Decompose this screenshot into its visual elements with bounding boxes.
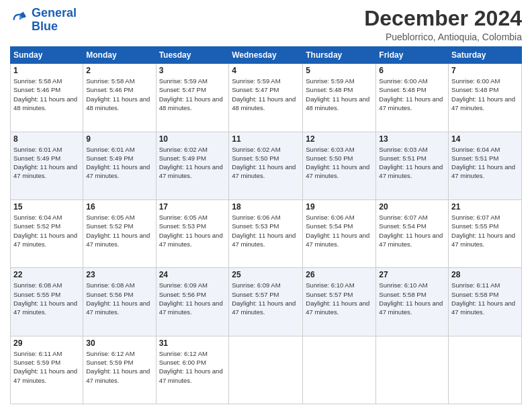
day-info: Sunrise: 6:05 AM Sunset: 5:52 PM Dayligh… xyxy=(86,213,152,248)
day-number: 31 xyxy=(159,338,226,348)
week-row-1: 1 Sunrise: 5:58 AM Sunset: 5:46 PM Dayli… xyxy=(11,64,522,132)
calendar-cell: 12 Sunrise: 6:03 AM Sunset: 5:50 PM Dayl… xyxy=(303,132,376,199)
calendar-cell: 1 Sunrise: 5:58 AM Sunset: 5:46 PM Dayli… xyxy=(11,64,83,132)
day-info: Sunrise: 6:07 AM Sunset: 5:55 PM Dayligh… xyxy=(451,213,519,248)
header-day-saturday: Saturday xyxy=(449,47,522,64)
calendar-cell: 7 Sunrise: 6:00 AM Sunset: 5:48 PM Dayli… xyxy=(449,64,522,132)
title-section: December 2024 Pueblorrico, Antioquia, Co… xyxy=(364,7,522,42)
day-number: 10 xyxy=(159,134,226,144)
header-day-wednesday: Wednesday xyxy=(229,47,303,64)
day-info: Sunrise: 5:59 AM Sunset: 5:48 PM Dayligh… xyxy=(306,77,373,112)
day-number: 15 xyxy=(13,202,80,212)
day-number: 16 xyxy=(86,202,152,212)
day-number: 25 xyxy=(232,270,300,279)
day-number: 19 xyxy=(306,202,373,212)
calendar-cell: 13 Sunrise: 6:03 AM Sunset: 5:51 PM Dayl… xyxy=(376,132,449,199)
day-info: Sunrise: 6:11 AM Sunset: 5:58 PM Dayligh… xyxy=(451,281,519,316)
day-number: 9 xyxy=(86,134,152,144)
day-number: 22 xyxy=(13,270,80,279)
calendar-cell: 5 Sunrise: 5:59 AM Sunset: 5:48 PM Dayli… xyxy=(303,64,376,132)
day-info: Sunrise: 6:09 AM Sunset: 5:56 PM Dayligh… xyxy=(159,281,226,316)
day-info: Sunrise: 6:12 AM Sunset: 5:59 PM Dayligh… xyxy=(86,349,152,385)
calendar-cell: 30 Sunrise: 6:12 AM Sunset: 5:59 PM Dayl… xyxy=(83,336,156,404)
day-info: Sunrise: 6:10 AM Sunset: 5:57 PM Dayligh… xyxy=(306,281,373,316)
day-number: 11 xyxy=(232,134,300,144)
day-number: 5 xyxy=(306,66,373,75)
day-info: Sunrise: 6:02 AM Sunset: 5:49 PM Dayligh… xyxy=(159,145,226,181)
calendar-cell xyxy=(303,336,376,404)
day-number: 13 xyxy=(379,134,445,144)
calendar-cell: 25 Sunrise: 6:09 AM Sunset: 5:57 PM Dayl… xyxy=(229,268,303,336)
day-info: Sunrise: 6:12 AM Sunset: 6:00 PM Dayligh… xyxy=(159,349,226,385)
day-number: 28 xyxy=(451,270,519,279)
calendar-cell: 21 Sunrise: 6:07 AM Sunset: 5:55 PM Dayl… xyxy=(449,199,522,267)
day-info: Sunrise: 5:58 AM Sunset: 5:46 PM Dayligh… xyxy=(86,77,152,112)
calendar-cell: 8 Sunrise: 6:01 AM Sunset: 5:49 PM Dayli… xyxy=(11,132,83,199)
header-day-tuesday: Tuesday xyxy=(156,47,229,64)
day-info: Sunrise: 6:03 AM Sunset: 5:51 PM Dayligh… xyxy=(379,145,445,181)
day-info: Sunrise: 6:05 AM Sunset: 5:53 PM Dayligh… xyxy=(159,213,226,248)
logo-text: General Blue xyxy=(32,7,77,34)
calendar-cell: 24 Sunrise: 6:09 AM Sunset: 5:56 PM Dayl… xyxy=(156,268,229,336)
day-number: 23 xyxy=(86,270,152,279)
day-info: Sunrise: 6:01 AM Sunset: 5:49 PM Dayligh… xyxy=(13,145,80,181)
day-info: Sunrise: 6:07 AM Sunset: 5:54 PM Dayligh… xyxy=(379,213,445,248)
day-info: Sunrise: 6:02 AM Sunset: 5:50 PM Dayligh… xyxy=(232,145,300,181)
day-number: 21 xyxy=(451,202,519,212)
day-info: Sunrise: 6:11 AM Sunset: 5:59 PM Dayligh… xyxy=(13,349,80,385)
calendar-cell: 31 Sunrise: 6:12 AM Sunset: 6:00 PM Dayl… xyxy=(156,336,229,404)
day-number: 26 xyxy=(306,270,373,279)
day-number: 3 xyxy=(159,66,226,75)
day-number: 18 xyxy=(232,202,300,212)
day-info: Sunrise: 6:08 AM Sunset: 5:56 PM Dayligh… xyxy=(86,281,152,316)
calendar-cell: 28 Sunrise: 6:11 AM Sunset: 5:58 PM Dayl… xyxy=(449,268,522,336)
day-number: 27 xyxy=(379,270,445,279)
day-info: Sunrise: 6:04 AM Sunset: 5:51 PM Dayligh… xyxy=(451,145,519,181)
header-day-friday: Friday xyxy=(376,47,449,64)
day-info: Sunrise: 5:59 AM Sunset: 5:47 PM Dayligh… xyxy=(159,77,226,112)
header: General Blue December 2024 Pueblorrico, … xyxy=(10,7,522,42)
day-number: 1 xyxy=(13,66,80,75)
day-info: Sunrise: 6:01 AM Sunset: 5:49 PM Dayligh… xyxy=(86,145,152,181)
day-info: Sunrise: 5:58 AM Sunset: 5:46 PM Dayligh… xyxy=(13,77,80,112)
calendar-cell: 26 Sunrise: 6:10 AM Sunset: 5:57 PM Dayl… xyxy=(303,268,376,336)
day-number: 7 xyxy=(451,66,519,75)
logo-line2: Blue xyxy=(32,19,58,33)
day-number: 8 xyxy=(13,134,80,144)
logo: General Blue xyxy=(10,7,77,34)
calendar-cell: 22 Sunrise: 6:08 AM Sunset: 5:55 PM Dayl… xyxy=(11,268,83,336)
day-info: Sunrise: 6:08 AM Sunset: 5:55 PM Dayligh… xyxy=(13,281,80,316)
day-number: 4 xyxy=(232,66,300,75)
calendar-cell: 4 Sunrise: 5:59 AM Sunset: 5:47 PM Dayli… xyxy=(229,64,303,132)
day-number: 29 xyxy=(13,338,80,348)
day-number: 2 xyxy=(86,66,152,75)
week-row-5: 29 Sunrise: 6:11 AM Sunset: 5:59 PM Dayl… xyxy=(11,336,522,404)
calendar-table: SundayMondayTuesdayWednesdayThursdayFrid… xyxy=(10,46,522,404)
week-row-2: 8 Sunrise: 6:01 AM Sunset: 5:49 PM Dayli… xyxy=(11,132,522,199)
day-number: 17 xyxy=(159,202,226,212)
week-row-4: 22 Sunrise: 6:08 AM Sunset: 5:55 PM Dayl… xyxy=(11,268,522,336)
day-number: 12 xyxy=(306,134,373,144)
day-info: Sunrise: 6:00 AM Sunset: 5:48 PM Dayligh… xyxy=(379,77,445,112)
header-day-sunday: Sunday xyxy=(11,47,83,64)
day-info: Sunrise: 5:59 AM Sunset: 5:47 PM Dayligh… xyxy=(232,77,300,112)
header-day-monday: Monday xyxy=(83,47,156,64)
calendar-cell: 9 Sunrise: 6:01 AM Sunset: 5:49 PM Dayli… xyxy=(83,132,156,199)
calendar-cell xyxy=(376,336,449,404)
day-info: Sunrise: 6:06 AM Sunset: 5:53 PM Dayligh… xyxy=(232,213,300,248)
calendar-cell: 2 Sunrise: 5:58 AM Sunset: 5:46 PM Dayli… xyxy=(83,64,156,132)
calendar-cell: 15 Sunrise: 6:04 AM Sunset: 5:52 PM Dayl… xyxy=(11,199,83,267)
calendar-cell: 10 Sunrise: 6:02 AM Sunset: 5:49 PM Dayl… xyxy=(156,132,229,199)
logo-icon xyxy=(10,11,29,30)
page: General Blue December 2024 Pueblorrico, … xyxy=(0,0,532,411)
week-row-3: 15 Sunrise: 6:04 AM Sunset: 5:52 PM Dayl… xyxy=(11,199,522,267)
calendar-cell: 3 Sunrise: 5:59 AM Sunset: 5:47 PM Dayli… xyxy=(156,64,229,132)
calendar-cell: 20 Sunrise: 6:07 AM Sunset: 5:54 PM Dayl… xyxy=(376,199,449,267)
day-number: 14 xyxy=(451,134,519,144)
calendar-cell: 6 Sunrise: 6:00 AM Sunset: 5:48 PM Dayli… xyxy=(376,64,449,132)
calendar-cell: 19 Sunrise: 6:06 AM Sunset: 5:54 PM Dayl… xyxy=(303,199,376,267)
calendar-cell: 14 Sunrise: 6:04 AM Sunset: 5:51 PM Dayl… xyxy=(449,132,522,199)
day-info: Sunrise: 6:04 AM Sunset: 5:52 PM Dayligh… xyxy=(13,213,80,248)
location-subtitle: Pueblorrico, Antioquia, Colombia xyxy=(364,32,522,42)
day-number: 24 xyxy=(159,270,226,279)
